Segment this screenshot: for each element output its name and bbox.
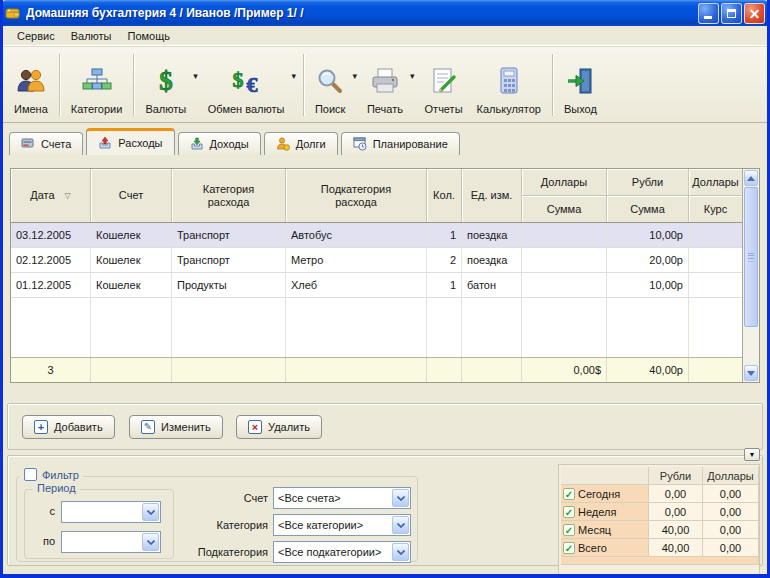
summary-month-dollars: 0,00	[703, 521, 759, 539]
subcategory-filter-label: Подкатегория	[128, 546, 268, 558]
tabbar: Счета Расходы Доходы	[9, 128, 761, 155]
table-row[interactable]: 02.12.2005 Кошелек Транспорт Метро 2 пое…	[11, 248, 742, 273]
summary-row-total[interactable]: ✓ Всего	[561, 539, 649, 557]
income-icon	[190, 137, 204, 151]
print-button[interactable]: Печать	[360, 50, 410, 120]
cell-account: Кошелек	[91, 248, 172, 272]
summary-table: Рубли Доллары ✓ Сегодня 0,00 0,00 ✓ Неде…	[558, 464, 760, 578]
search-button[interactable]: Поиск	[308, 50, 352, 120]
calculator-button[interactable]: Калькулятор	[470, 50, 548, 120]
tab-debts[interactable]: Долги	[264, 132, 338, 155]
column-header-rubles-sum[interactable]: РублиСумма	[607, 169, 689, 222]
minimize-button[interactable]	[698, 3, 719, 24]
tab-accounts[interactable]: Счета	[9, 132, 83, 155]
category-filter-combo[interactable]: <Все категории>	[273, 514, 411, 536]
checkbox-checked-icon[interactable]: ✓	[563, 524, 575, 536]
column-header-date[interactable]: Дата ▽	[11, 169, 91, 222]
column-header-unit[interactable]: Ед. изм.	[462, 169, 522, 222]
period-label: Период	[33, 482, 80, 494]
edit-label: Изменить	[161, 421, 211, 433]
summary-row-month[interactable]: ✓ Месяц	[561, 521, 649, 539]
checkbox-checked-icon[interactable]: ✓	[563, 542, 575, 554]
scroll-down-icon[interactable]	[744, 365, 758, 381]
column-header-dollars-rate[interactable]: ДолларыКурс	[689, 169, 742, 222]
summary-total-dollars: 0,00	[703, 539, 759, 557]
filter-label: Фильтр	[42, 469, 79, 481]
period-to-label: по	[33, 535, 55, 547]
categories-button[interactable]: Категории	[64, 50, 130, 120]
close-button[interactable]	[744, 3, 765, 24]
edit-button[interactable]: ✎ Изменить	[129, 415, 223, 439]
scrollbar-thumb[interactable]	[744, 187, 758, 327]
printer-icon	[370, 63, 400, 99]
column-header-account[interactable]: Счет	[91, 169, 172, 222]
cell-rate	[689, 223, 742, 247]
summary-row-week[interactable]: ✓ Неделя	[561, 503, 649, 521]
exchange-dropdown-icon[interactable]: ▾	[291, 71, 299, 99]
cell-rate	[689, 248, 742, 272]
period-from-label: с	[33, 505, 55, 517]
summary-expand-button[interactable]: ▼	[744, 448, 760, 461]
tab-expenses[interactable]: Расходы	[86, 128, 174, 155]
account-filter-label: Счет	[128, 492, 268, 504]
menu-currencies[interactable]: Валюты	[63, 27, 120, 45]
report-icon	[430, 63, 458, 99]
summary-today-dollars: 0,00	[703, 485, 759, 503]
chevron-down-icon[interactable]	[392, 489, 409, 507]
chevron-down-icon[interactable]	[392, 516, 409, 534]
cell-dollars	[522, 273, 607, 297]
menu-help[interactable]: Помощь	[120, 27, 179, 45]
expenses-table: Дата ▽ Счет Категория расхода Подкатегор…	[10, 168, 760, 383]
exchange-button[interactable]: $ € Обмен валюты	[201, 50, 292, 120]
table-row[interactable]: 01.12.2005 Кошелек Продукты Хлеб 1 батон…	[11, 273, 742, 298]
cell-rubles: 10,00р	[607, 223, 689, 247]
summary-row-label: Месяц	[578, 524, 611, 536]
reports-button[interactable]: Отчеты	[418, 50, 470, 120]
checkbox-checked-icon[interactable]: ✓	[563, 506, 575, 518]
account-filter-combo[interactable]: <Все счета>	[273, 487, 411, 509]
checkbox-checked-icon[interactable]: ✓	[563, 488, 575, 500]
svg-text:$: $	[159, 66, 173, 96]
summary-row-today[interactable]: ✓ Сегодня	[561, 485, 649, 503]
names-label: Имена	[14, 103, 48, 115]
category-filter-label: Категория	[128, 519, 268, 531]
tab-expenses-label: Расходы	[118, 137, 162, 149]
chevron-down-icon[interactable]	[392, 543, 409, 561]
print-dropdown-icon[interactable]: ▾	[410, 71, 418, 99]
summary-week-rubles: 0,00	[649, 503, 703, 521]
cell-rate	[689, 273, 742, 297]
cell-subcategory: Метро	[286, 248, 427, 272]
search-dropdown-icon[interactable]: ▾	[352, 71, 360, 99]
actions-panel: + Добавить ✎ Изменить × Удалить	[7, 403, 763, 450]
column-header-category[interactable]: Категория расхода	[172, 169, 286, 222]
categories-icon	[82, 63, 112, 99]
table-row[interactable]: 03.12.2005 Кошелек Транспорт Автобус 1 п…	[11, 223, 742, 248]
reports-label: Отчеты	[425, 103, 463, 115]
vertical-scrollbar[interactable]	[742, 169, 759, 382]
exit-button[interactable]: Выход	[557, 50, 604, 120]
column-header-qty[interactable]: Кол.	[427, 169, 462, 222]
scroll-up-icon[interactable]	[744, 170, 758, 186]
subcategory-filter-combo[interactable]: <Все подкатегории>	[273, 541, 411, 563]
cell-dollars	[522, 248, 607, 272]
currencies-dropdown-icon[interactable]: ▾	[193, 71, 201, 99]
column-header-subcategory[interactable]: Подкатегория расхода	[286, 169, 427, 222]
checkbox-icon[interactable]	[24, 468, 37, 481]
names-button[interactable]: Имена	[7, 50, 55, 120]
tab-income[interactable]: Доходы	[178, 132, 261, 155]
tab-planning[interactable]: Планирование	[341, 132, 460, 155]
add-button[interactable]: + Добавить	[22, 415, 115, 439]
menu-service[interactable]: Сервис	[9, 27, 63, 45]
filter-checkbox[interactable]: Фильтр	[20, 468, 83, 481]
titlebar[interactable]: Домашняя бухгалтерия 4 / Иванов /Пример …	[0, 0, 770, 26]
delete-button[interactable]: × Удалить	[236, 415, 322, 439]
summary-corner-cell	[561, 467, 649, 485]
currencies-button[interactable]: $ Валюты	[138, 50, 193, 120]
cell-account: Кошелек	[91, 223, 172, 247]
toolbar-separator	[552, 54, 553, 116]
footer-count: 3	[11, 358, 91, 382]
print-label: Печать	[367, 103, 403, 115]
column-header-dollars-sum[interactable]: ДолларыСумма	[522, 169, 607, 222]
footer-dollars-sum: 0,00$	[522, 358, 607, 382]
maximize-button[interactable]	[721, 3, 742, 24]
